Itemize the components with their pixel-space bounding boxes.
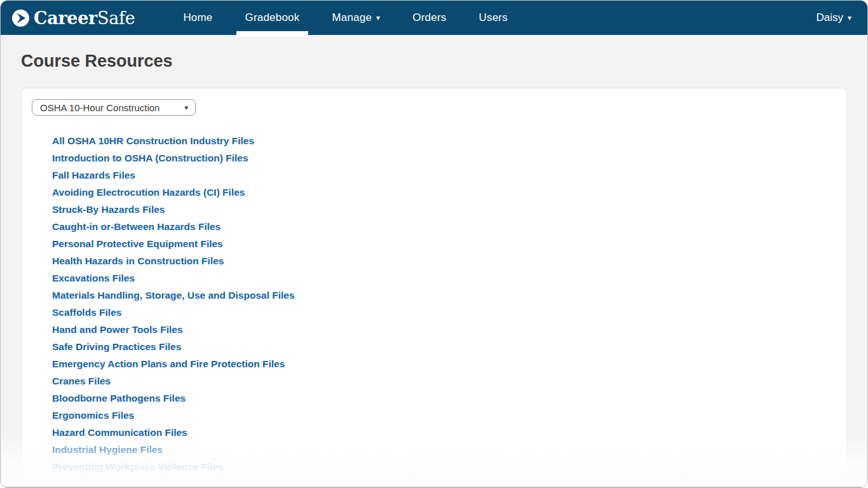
nav-item-label: Home [183, 11, 212, 24]
resource-link[interactable]: Hand and Power Tools Files [52, 321, 846, 338]
nav-item-label: Orders [412, 11, 446, 24]
caret-down-icon: ▾ [376, 14, 380, 22]
resource-link[interactable]: Caught-in or-Between Hazards Files [52, 218, 846, 235]
resource-link[interactable]: Health Hazards in Construction Files [52, 252, 846, 269]
browser-window: CareerSafe Home Gradebook Manage ▾ Order… [0, 0, 868, 488]
nav-item-manage[interactable]: Manage ▾ [332, 1, 380, 35]
user-menu-label: Daisy [816, 11, 843, 24]
nav-item-label: Manage [332, 11, 372, 24]
resource-link[interactable]: Safe Driving Practices Files [52, 338, 846, 355]
nav-item-label: Users [478, 11, 507, 24]
resource-link[interactable]: Scaffolds Files [52, 304, 846, 321]
nav-item-users[interactable]: Users [478, 1, 507, 35]
careersafe-logo-text: CareerSafe [34, 10, 135, 27]
resource-link[interactable]: Excavations Files [52, 269, 846, 287]
resource-link[interactable]: Bloodborne Pathogens Files [52, 390, 846, 407]
resource-link[interactable]: All OSHA 10HR Construction Industry File… [52, 132, 846, 149]
nav-item-orders[interactable]: Orders [412, 1, 446, 35]
resource-link[interactable]: Avoiding Electrocution Hazards (CI) File… [52, 184, 846, 201]
page-title: Course Resources [21, 35, 867, 71]
resource-link[interactable]: Industrial Hygiene Files [52, 441, 846, 458]
resource-link[interactable]: Introduction to OSHA (Construction) File… [52, 149, 846, 166]
careersafe-logo[interactable]: CareerSafe [12, 10, 135, 27]
course-select[interactable]: OSHA 10-Hour Construction ▾ [32, 99, 196, 116]
resource-link[interactable]: Fall Hazards Files [52, 166, 846, 184]
resource-link[interactable]: Personal Protective Equipment Files [52, 235, 846, 252]
caret-down-icon: ▾ [848, 14, 851, 22]
resource-link[interactable]: Ergonomics Files [52, 407, 846, 424]
resource-link[interactable]: Struck-By Hazards Files [52, 201, 846, 218]
user-menu[interactable]: Daisy ▾ [816, 11, 851, 24]
caret-down-icon: ▾ [184, 104, 188, 111]
page-content: Course Resources OSHA 10-Hour Constructi… [1, 35, 867, 488]
brand-career-text: Career [34, 8, 97, 28]
resource-link[interactable]: Preventing Workplace Violence Files [52, 458, 846, 475]
careersafe-logo-icon [12, 10, 29, 27]
brand-safe-text: Safe [97, 8, 135, 28]
resource-link[interactable]: Cranes Files [52, 372, 846, 390]
nav-item-home[interactable]: Home [183, 1, 212, 35]
nav-item-gradebook[interactable]: Gradebook [245, 1, 300, 35]
resource-link[interactable]: Materials Handling, Storage, Use and Dis… [52, 287, 846, 304]
course-select-value: OSHA 10-Hour Construction [40, 102, 159, 113]
resource-links-list: All OSHA 10HR Construction Industry File… [52, 132, 846, 475]
top-navbar: CareerSafe Home Gradebook Manage ▾ Order… [1, 1, 867, 35]
resource-link[interactable]: Emergency Action Plans and Fire Protecti… [52, 355, 846, 372]
course-resources-card: OSHA 10-Hour Construction ▾ All OSHA 10H… [21, 88, 847, 478]
main-nav: Home Gradebook Manage ▾ Orders Users [183, 1, 540, 35]
nav-item-label: Gradebook [245, 11, 300, 24]
resource-link[interactable]: Hazard Communication Files [52, 424, 846, 441]
